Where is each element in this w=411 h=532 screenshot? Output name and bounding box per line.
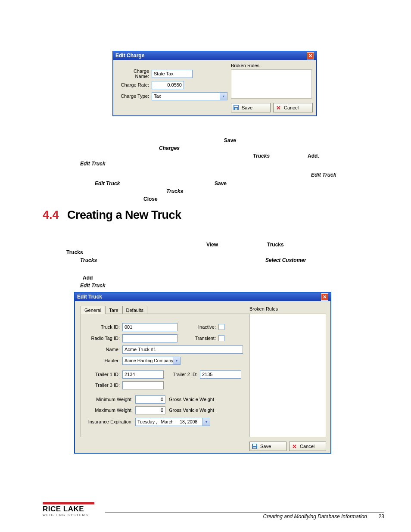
chevron-down-icon: ▾: [202, 418, 210, 426]
footer-rule: [105, 512, 384, 513]
charge-type-value: Tax: [154, 93, 161, 99]
cancel-label: Cancel: [284, 105, 299, 110]
transient-checkbox[interactable]: [218, 335, 224, 341]
svg-rect-5: [253, 447, 256, 448]
text-edit-truck-2: Edit Truck: [311, 172, 336, 178]
insurance-date-picker[interactable]: Tuesday , March 18, 2008 ▾: [135, 418, 210, 426]
step-view: View: [206, 242, 218, 248]
edit-charge-title: Edit Charge: [115, 53, 144, 59]
charge-type-select[interactable]: Tax ▾: [152, 92, 227, 100]
radio-tag-input[interactable]: [122, 334, 177, 342]
charge-rate-label: Charge Rate:: [119, 82, 149, 87]
text-save-2: Save: [215, 180, 227, 187]
charge-type-label: Charge Type:: [119, 93, 149, 99]
chevron-down-icon: ▾: [220, 93, 227, 100]
step-trucks-italic: Trucks: [80, 257, 97, 263]
step-edit-truck: Edit Truck: [80, 283, 105, 289]
trailer1-label: Trailer 1 ID:: [81, 372, 120, 377]
edit-charge-titlebar[interactable]: Edit Charge ✕: [113, 51, 317, 60]
trailer3-input[interactable]: [122, 381, 164, 389]
name-input[interactable]: [122, 345, 243, 354]
edit-charge-dialog: Edit Charge ✕ Charge Name: Charge Rate: …: [112, 51, 317, 116]
floppy-disk-icon: [233, 105, 239, 110]
radio-tag-label: Radio Tag ID:: [81, 336, 120, 341]
text-save: Save: [224, 137, 236, 143]
text-add: Add.: [308, 153, 319, 159]
inactive-label: Inactive:: [192, 324, 216, 330]
brand-logo: RICE LAKE WEIGHING SYSTEMS: [43, 502, 101, 516]
name-label: Name:: [81, 347, 120, 352]
broken-rules-panel: [231, 69, 312, 99]
trailer3-label: Trailer 3 ID:: [81, 383, 120, 388]
floppy-disk-icon: [252, 444, 258, 449]
svg-rect-1: [234, 106, 238, 107]
brand-tagline: WEIGHING SYSTEMS: [43, 513, 101, 516]
charge-name-label: Charge Name:: [119, 68, 149, 79]
cancel-button[interactable]: ✕ Cancel: [273, 103, 313, 112]
text-trucks-2: Trucks: [166, 188, 183, 194]
step-add: Add: [83, 275, 93, 281]
tab-defaults[interactable]: Defaults: [122, 306, 147, 314]
close-button[interactable]: ✕: [307, 52, 314, 59]
text-charges: Charges: [159, 145, 180, 151]
cancel-button[interactable]: ✕ Cancel: [289, 442, 326, 451]
max-weight-input[interactable]: [135, 406, 165, 414]
hauler-select[interactable]: Acme Hauling Company ▾: [122, 357, 181, 365]
step-trucks-bold: Trucks: [66, 249, 83, 255]
truck-id-label: Truck ID:: [81, 324, 120, 330]
trailer2-label: Trailer 2 ID:: [167, 372, 197, 377]
max-weight-label: Maximum Weight:: [81, 408, 133, 413]
step-trucks: Trucks: [267, 242, 284, 248]
brand-red-bar-icon: [43, 502, 94, 504]
min-weight-input[interactable]: [135, 395, 165, 404]
section-title: Creating a New Truck: [67, 208, 181, 222]
inactive-checkbox[interactable]: [218, 324, 224, 330]
gvw-label-2: Gross Vehicle Weight: [169, 408, 214, 413]
hauler-label: Hauler:: [81, 358, 120, 363]
save-label: Save: [260, 444, 271, 449]
broken-rules-label: Broken Rules: [231, 63, 259, 68]
svg-rect-2: [235, 108, 237, 110]
step-select-customer: Select Customer: [265, 257, 306, 263]
trailer1-input[interactable]: [122, 370, 164, 379]
cancel-x-icon: ✕: [291, 443, 297, 450]
save-button[interactable]: Save: [249, 442, 286, 451]
transient-label: Transient:: [192, 336, 216, 341]
save-label: Save: [242, 105, 252, 110]
tab-tare[interactable]: Tare: [105, 306, 122, 314]
close-icon: ✕: [308, 53, 312, 58]
charge-name-input[interactable]: [152, 70, 193, 78]
footer-chapter: Creating and Modifying Database Informat…: [263, 513, 367, 520]
charge-rate-input[interactable]: [152, 81, 184, 89]
broken-rules-panel: [249, 314, 326, 437]
close-button[interactable]: ✕: [321, 293, 328, 301]
text-trucks: Trucks: [253, 153, 270, 159]
section-number: 4.4: [43, 208, 59, 222]
insurance-date-value: Tuesday , March 18, 2008: [137, 419, 197, 424]
svg-rect-4: [253, 444, 256, 446]
edit-truck-title: Edit Truck: [77, 294, 102, 300]
close-icon: ✕: [323, 295, 327, 299]
tab-general[interactable]: General: [81, 306, 105, 314]
chevron-down-icon: ▾: [173, 357, 180, 364]
cancel-label: Cancel: [300, 444, 314, 449]
cancel-x-icon: ✕: [275, 105, 281, 111]
page-number: 23: [379, 513, 384, 520]
broken-rules-label: Broken Rules: [249, 306, 278, 311]
edit-truck-titlebar[interactable]: Edit Truck ✕: [75, 292, 331, 301]
hauler-value: Acme Hauling Company: [125, 358, 173, 363]
text-edit-truck: Edit Truck: [80, 161, 105, 167]
truck-id-input[interactable]: [122, 323, 177, 331]
gvw-label-1: Gross Vehicle Weight: [169, 397, 214, 402]
text-edit-truck-3: Edit Truck: [95, 180, 120, 187]
trailer2-input[interactable]: [200, 370, 241, 379]
edit-truck-dialog: Edit Truck ✕ General Tare Defaults Truck…: [74, 292, 331, 454]
insurance-exp-label: Insurance Expiration:: [81, 419, 133, 424]
save-button[interactable]: Save: [231, 103, 271, 112]
text-close: Close: [143, 196, 158, 202]
min-weight-label: Minimum Weight:: [81, 397, 133, 402]
brand-name: RICE LAKE: [43, 505, 101, 513]
